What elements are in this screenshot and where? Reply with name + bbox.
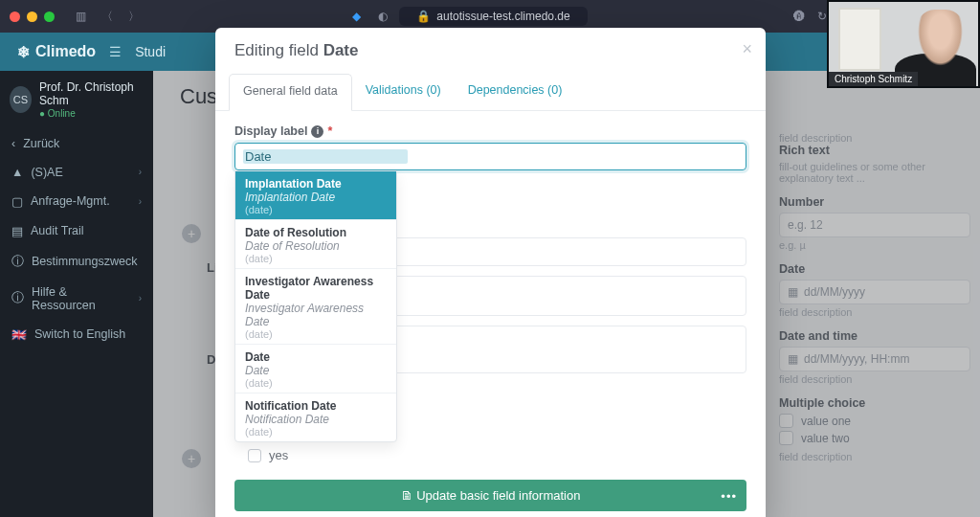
sidebar-back[interactable]: ‹Zurück [0, 129, 153, 158]
display-label-field[interactable] [243, 149, 408, 164]
flag-icon: 🇬🇧 [11, 327, 27, 342]
yes-checkbox[interactable]: yes [248, 448, 746, 462]
modal-title: Editing field Date × [215, 28, 766, 74]
help-icon: ⓘ [11, 290, 24, 306]
autocomplete-option[interactable]: Date Date (date) [235, 344, 396, 393]
window-traffic-lights [10, 11, 55, 22]
display-label-caption: Display label i * [234, 124, 746, 138]
user-name: Prof. Dr. Christoph Schm [39, 80, 144, 108]
edit-field-modal: Editing field Date × General field data … [215, 28, 766, 517]
chevron-right-icon: › [139, 293, 142, 303]
checkbox-icon [248, 449, 261, 462]
user-status: ● Online [39, 108, 144, 120]
info-icon[interactable]: i [311, 125, 323, 138]
autocomplete-dropdown: Implantation Date Implantation Date (dat… [234, 170, 397, 442]
header-nav-item[interactable]: Studi [135, 44, 166, 59]
list-icon: ▤ [11, 224, 23, 238]
update-field-button[interactable]: 🗎 Update basic field information ••• [234, 480, 746, 511]
sidebar-item-anfrage[interactable]: ▢Anfrage-Mgmt.› [0, 187, 153, 216]
fullscreen-window-icon[interactable] [44, 11, 55, 22]
doc-icon: ▢ [11, 194, 23, 209]
autocomplete-option[interactable]: Notification Date Notification Date (dat… [235, 393, 396, 441]
shield-icon[interactable]: ◐ [372, 6, 393, 27]
sidebar-item-bestimmung[interactable]: ⓘBestimmungszweck [0, 246, 153, 278]
address-bar[interactable]: 🔒 autotissue-test.climedo.de [399, 7, 587, 26]
sidebar-item-sae[interactable]: ▲(S)AE› [0, 158, 153, 187]
participant-name: Christoph Schmitz [829, 72, 918, 86]
chevron-right-icon: › [139, 167, 142, 177]
sidebar-switch-language[interactable]: 🇬🇧Switch to English [0, 320, 153, 349]
info-icon: ⓘ [11, 254, 24, 270]
chevron-left-icon: ‹ [11, 137, 15, 150]
modal-tabs: General field data Validations (0) Depen… [215, 74, 766, 111]
extension-icon[interactable]: ◆ [345, 6, 367, 27]
sidebar-item-audit[interactable]: ▤Audit Trail [0, 216, 153, 246]
more-icon[interactable]: ••• [721, 488, 737, 503]
sidebar-toggle-icon[interactable]: ▥ [70, 6, 91, 27]
conference-thumbnail[interactable]: Christoph Schmitz [827, 0, 980, 88]
autocomplete-option[interactable]: Investigator Awareness Date Investigator… [235, 268, 396, 344]
required-marker: * [327, 124, 332, 138]
tab-dependencies[interactable]: Dependencies (0) [455, 74, 576, 110]
forward-icon[interactable]: 〉 [123, 6, 145, 27]
translate-icon[interactable]: 🅐 [789, 6, 810, 27]
tab-general[interactable]: General field data [229, 74, 352, 111]
sidebar-item-hilfe[interactable]: ⓘHilfe & Ressourcen› [0, 278, 153, 320]
save-icon: 🗎 [401, 488, 413, 503]
sidebar-user[interactable]: CS Prof. Dr. Christoph Schm ● Online [0, 80, 153, 129]
lock-icon: 🔒 [416, 10, 431, 23]
display-label-input[interactable] [234, 143, 746, 170]
menu-icon[interactable]: ☰ [109, 44, 122, 59]
back-icon[interactable]: 〈 [97, 6, 118, 27]
url-text: autotissue-test.climedo.de [436, 10, 569, 23]
close-icon[interactable]: × [742, 39, 752, 59]
avatar: CS [10, 86, 32, 113]
autocomplete-option[interactable]: Date of Resolution Date of Resolution (d… [235, 219, 396, 268]
tab-validations[interactable]: Validations (0) [352, 74, 455, 110]
warning-icon: ▲ [11, 166, 23, 179]
app-logo[interactable]: ❄ Climedo [17, 43, 96, 61]
chevron-right-icon: › [139, 196, 142, 207]
autocomplete-option[interactable]: Implantation Date Implantation Date (dat… [235, 171, 396, 219]
left-sidebar: CS Prof. Dr. Christoph Schm ● Online ‹Zu… [0, 71, 153, 517]
minimize-window-icon[interactable] [27, 11, 37, 22]
close-window-icon[interactable] [10, 11, 20, 22]
